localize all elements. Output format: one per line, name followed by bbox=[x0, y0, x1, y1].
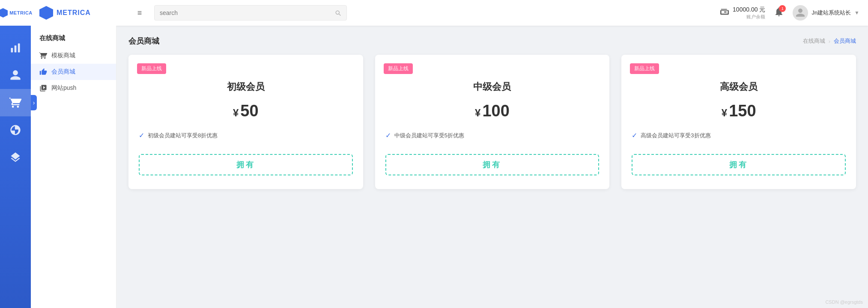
header-logo-text: METRICA bbox=[57, 9, 91, 17]
left-nav-label-membership: 会员商城 bbox=[51, 68, 75, 76]
notification-button[interactable]: 1 bbox=[774, 7, 784, 19]
currency-symbol-mid: ¥ bbox=[475, 107, 480, 118]
currency-symbol-premium: ¥ bbox=[722, 107, 727, 118]
search-bar[interactable] bbox=[154, 5, 347, 21]
menu-toggle-button[interactable]: ≡ bbox=[132, 5, 147, 21]
thumbsup-icon bbox=[39, 68, 47, 76]
svg-rect-2 bbox=[18, 44, 20, 53]
layers-icon bbox=[9, 151, 21, 163]
balance-label: 账户余额 bbox=[733, 14, 765, 20]
left-nav-label-template: 模板商城 bbox=[51, 52, 75, 59]
membership-cards-grid: 新品上线 初级会员 ¥50 ✓ 初级会员建站可享受8折优惠 拥有 bbox=[128, 55, 856, 189]
breadcrumb-membership: 会员商城 bbox=[834, 37, 856, 45]
feature-text-premium: 高级会员建站可享受3折优惠 bbox=[641, 132, 710, 139]
watermark: CSDN @egrsgtds bbox=[825, 299, 863, 305]
logo-text: METRICA bbox=[9, 10, 33, 15]
price-amount-basic: 50 bbox=[240, 102, 258, 120]
svg-rect-1 bbox=[15, 45, 17, 52]
user-name: Jn建站系统站长 bbox=[811, 9, 851, 17]
card-feature-basic: ✓ 初级会员建站可享受8折优惠 bbox=[139, 129, 353, 142]
feature-text-basic: 初级会员建站可享受8折优惠 bbox=[148, 132, 218, 139]
page-header: 会员商城 在线商城 › 会员商城 bbox=[128, 36, 856, 46]
user-avatar bbox=[793, 5, 808, 21]
balance-info: 10000.00 元 账户余额 bbox=[733, 6, 765, 20]
body-layout: 在线商城 模板商城 会员商城 网站push 会员商城 在线商城 › 会员商 bbox=[31, 26, 868, 308]
currency-symbol-basic: ¥ bbox=[233, 107, 239, 118]
left-nav-label-push: 网站push bbox=[51, 84, 76, 92]
hamburger-icon: ≡ bbox=[137, 9, 142, 18]
logo-icon bbox=[0, 8, 8, 18]
purchase-button-mid[interactable]: 拥有 bbox=[385, 154, 600, 175]
cart-icon bbox=[9, 97, 21, 109]
search-input[interactable] bbox=[160, 9, 334, 16]
card-price-mid: ¥100 bbox=[475, 102, 510, 120]
new-badge-premium: 新品上线 bbox=[630, 63, 659, 74]
sidebar-item-layers[interactable] bbox=[0, 144, 31, 171]
card-features-basic: ✓ 初级会员建站可享受8折优惠 bbox=[139, 129, 353, 142]
left-nav-item-membership[interactable]: 会员商城 bbox=[31, 64, 116, 80]
search-icon bbox=[334, 9, 341, 16]
price-amount-premium: 150 bbox=[729, 102, 756, 120]
card-feature-premium: ✓ 高级会员建站可享受3折优惠 bbox=[632, 129, 846, 142]
card-price-premium: ¥150 bbox=[722, 102, 756, 120]
card-features-premium: ✓ 高级会员建站可享受3折优惠 bbox=[632, 129, 846, 142]
membership-card-premium: 新品上线 高级会员 ¥150 ✓ 高级会员建站可享受3折优惠 拥有 bbox=[621, 55, 856, 189]
template-cart-icon bbox=[39, 52, 47, 59]
avatar-icon bbox=[795, 8, 805, 18]
left-navigation: 在线商城 模板商城 会员商城 网站push bbox=[31, 26, 116, 308]
sidebar-navigation bbox=[0, 26, 31, 171]
push-icon bbox=[39, 84, 47, 92]
sidebar-expand-tab[interactable] bbox=[31, 95, 37, 110]
wallet-icon bbox=[720, 7, 729, 19]
header-logo-area: METRICA bbox=[39, 6, 125, 20]
breadcrumb-separator: › bbox=[829, 38, 830, 44]
card-title-premium: 高级会员 bbox=[720, 80, 758, 93]
left-nav-item-push[interactable]: 网站push bbox=[31, 80, 116, 96]
header-right: 10000.00 元 账户余额 1 Jn建站系统站长 ▼ bbox=[720, 5, 859, 21]
svg-rect-0 bbox=[11, 48, 13, 53]
user-chevron-icon: ▼ bbox=[854, 10, 859, 16]
price-amount-mid: 100 bbox=[482, 102, 509, 120]
checkmark-icon-basic: ✓ bbox=[139, 131, 144, 139]
chart-bar-icon bbox=[9, 42, 21, 54]
balance-amount: 10000.00 元 bbox=[733, 6, 765, 14]
purchase-button-premium[interactable]: 拥有 bbox=[632, 154, 846, 175]
checkmark-icon-premium: ✓ bbox=[632, 131, 637, 139]
membership-card-basic: 新品上线 初级会员 ¥50 ✓ 初级会员建站可享受8折优惠 拥有 bbox=[128, 55, 363, 189]
sidebar-logo: METRICA bbox=[0, 0, 31, 26]
main-content: 会员商城 在线商城 › 会员商城 新品上线 初级会员 ¥50 bbox=[116, 26, 868, 308]
card-title-basic: 初级会员 bbox=[227, 80, 265, 93]
user-icon bbox=[9, 69, 21, 81]
page-title: 会员商城 bbox=[128, 36, 159, 46]
card-feature-mid: ✓ 中级会员建站可享受5折优惠 bbox=[385, 129, 600, 142]
left-nav-title: 在线商城 bbox=[31, 34, 116, 47]
card-price-basic: ¥50 bbox=[233, 102, 259, 120]
membership-card-mid: 新品上线 中级会员 ¥100 ✓ 中级会员建站可享受5折优惠 拥有 bbox=[375, 55, 610, 189]
sidebar-item-users[interactable] bbox=[0, 62, 31, 89]
breadcrumb-online-shop: 在线商城 bbox=[803, 37, 825, 45]
card-title-mid: 中级会员 bbox=[473, 80, 511, 93]
sidebar-item-analytics[interactable] bbox=[0, 34, 31, 62]
feature-text-mid: 中级会员建站可享受5折优惠 bbox=[394, 132, 464, 139]
new-badge-mid: 新品上线 bbox=[384, 63, 413, 74]
notification-badge: 1 bbox=[779, 5, 786, 12]
new-badge-basic: 新品上线 bbox=[137, 63, 166, 74]
left-nav-item-template[interactable]: 模板商城 bbox=[31, 47, 116, 64]
checkmark-icon-mid: ✓ bbox=[385, 131, 391, 139]
header-logo-icon bbox=[39, 6, 53, 20]
sidebar: METRICA bbox=[0, 0, 31, 308]
user-area[interactable]: Jn建站系统站长 ▼ bbox=[793, 5, 859, 21]
main-wrapper: METRICA ≡ 10000.00 元 账户余额 1 bbox=[31, 0, 868, 308]
pie-chart-icon bbox=[9, 124, 21, 136]
card-features-mid: ✓ 中级会员建站可享受5折优惠 bbox=[385, 129, 600, 142]
breadcrumb: 在线商城 › 会员商城 bbox=[803, 37, 856, 45]
sidebar-item-stats[interactable] bbox=[0, 116, 31, 144]
header: METRICA ≡ 10000.00 元 账户余额 1 bbox=[31, 0, 868, 26]
sidebar-item-shop[interactable] bbox=[0, 89, 31, 116]
balance-area: 10000.00 元 账户余额 bbox=[720, 6, 765, 20]
purchase-button-basic[interactable]: 拥有 bbox=[139, 154, 353, 175]
